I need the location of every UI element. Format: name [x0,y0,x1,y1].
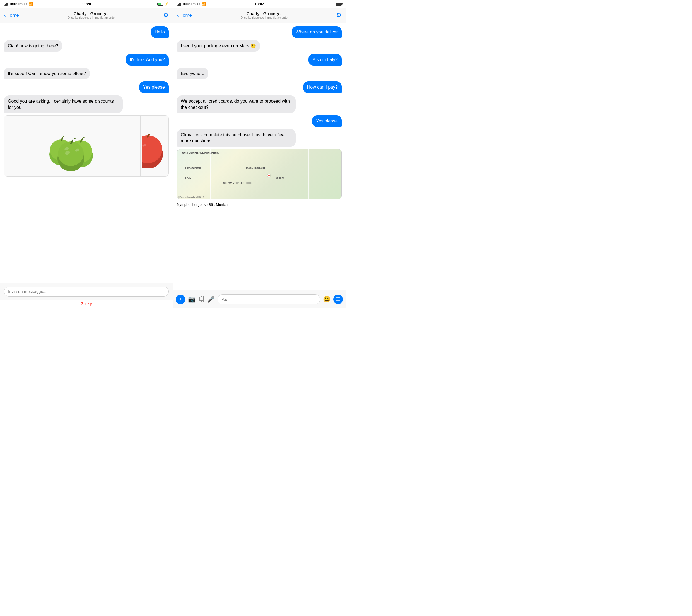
carousel-item-green-apples[interactable] [4,115,140,176]
bottom-hint-left: ? Help [0,300,173,308]
photo-icon[interactable]: 🖼 [198,296,204,303]
map-label-nymphenburg: NEUHAUSEN-NYMPHENBURG [182,152,219,154]
messages-area-left: Hello Ciao! how is going there? It's fin… [0,23,173,283]
message-row-r7: Yes please [177,115,342,127]
settings-button-left[interactable]: ⚙ [163,12,169,19]
panel-right: Telekom.de 📶 13:07 ‹ Home Charly - Groce… [173,0,346,308]
message-row-r2: I send your package even on Mars 😉 [177,40,342,52]
map-label-maxvorstadt: MAXVORSTADT [246,167,265,169]
message-row-r6: We accept all credit cards, do you want … [177,95,342,113]
carousel-item-red-apple[interactable] [140,115,169,176]
signal-icon [4,2,8,5]
message-row-r8: Okay. Let's complete this purchase. I ju… [177,129,342,147]
bubble-sent-hello: Hello [151,26,169,38]
green-apples-image [44,121,100,171]
map-container[interactable]: NEUHAUSEN-NYMPHENBURG Hirschgarten MAXVO… [177,149,342,199]
wifi-icon-right: 📶 [201,2,206,6]
add-button[interactable]: + [176,295,185,304]
map-address-label: Nymphenburger str 86 , Munich [177,203,342,207]
chat-subtitle-left: Di solito risponde immediatamente [19,16,163,19]
message-row-5: Yes please [4,82,169,93]
bubble-recv-okay: Okay. Let's complete this purchase. I ju… [177,129,296,147]
help-label: Help [85,302,92,306]
settings-button-right[interactable]: ⚙ [336,12,342,19]
message-row-4: It's super! Can I show you some offers? [4,68,169,80]
back-button-left[interactable]: ‹ Home [4,12,19,18]
input-bar-left [0,283,173,300]
wifi-icon-left: 📶 [28,2,33,6]
menu-button[interactable]: ☰ [333,295,343,304]
bubble-recv-creditcard: We accept all credit cards, do you want … [177,95,296,113]
map-label-schwanthalerhohe: SCHWANTHALERHÖHE [223,182,252,185]
map-pin [267,174,270,177]
svg-point-5 [58,142,84,166]
map-label-hirschgarten: Hirschgarten [185,167,201,169]
nav-bar-right: ‹ Home Charly - Grocery › Di solito risp… [173,8,346,23]
message-input-left[interactable] [4,286,169,297]
message-row-r1: Where do you deliver [177,26,342,38]
message-row-r4: Everywhere [177,68,342,80]
bubble-recv-good: Good you are asking, I certainly have so… [4,95,123,113]
message-row-2: Ciao! how is going there? [4,40,169,52]
message-row-6: Good you are asking, I certainly have so… [4,95,169,113]
bubble-recv-super: It's super! Can I show you some offers? [4,68,90,80]
nav-bar-left: ‹ Home Charly - Grocery › Di solito risp… [0,8,173,23]
time-left: 11:28 [82,2,91,6]
map-attribution: ©Google Map data ©2017 [178,196,204,198]
back-button-right[interactable]: ‹ Home [177,12,192,18]
back-label-right: Home [179,13,192,18]
title-chevron-left: › [107,12,108,16]
bubble-sent-fine: It's fine. And you? [126,54,169,66]
nav-center-left: Charly - Grocery › Di solito risponde im… [19,11,163,19]
plus-icon: + [179,296,182,302]
nav-center-right: Charly - Grocery › Di solito risponde im… [192,11,336,19]
map-image: NEUHAUSEN-NYMPHENBURG Hirschgarten MAXVO… [177,149,341,199]
message-row-r5: How can I pay? [177,82,342,93]
message-row-3: It's fine. And you? [4,54,169,66]
time-right: 13:07 [255,2,264,6]
input-bar-right: + 📷 🖼 🎤 😃 ☰ [173,290,346,308]
panel-left: Telekom.de 📶 11:28 ⚡ ‹ Home Charly - Gro… [0,0,173,308]
message-row-1: Hello [4,26,169,38]
battery-icon-right [336,2,342,5]
red-apple-image [142,124,167,168]
title-chevron-right: › [280,12,281,16]
help-icon: ? [80,302,83,306]
lightning-icon: ⚡ [165,2,169,6]
back-chevron-left: ‹ [4,12,6,18]
chat-subtitle-right: Di solito risponde immediatamente [192,16,336,19]
carrier-left: Telekom.de [9,2,27,6]
carrier-right: Telekom.de [182,2,200,6]
bubble-sent-pay: How can I pay? [303,82,342,93]
status-bar-left: Telekom.de 📶 11:28 ⚡ [0,0,173,8]
map-label-munich: Munich [276,176,284,179]
bubble-sent-yes2: Yes please [312,115,342,127]
back-chevron-right: ‹ [177,12,179,18]
bubble-recv-everywhere: Everywhere [177,68,208,80]
emoji-icon[interactable]: 😃 [323,296,330,303]
back-label-left: Home [6,13,19,18]
messages-area-right: Where do you deliver I send your package… [173,23,346,290]
camera-icon[interactable]: 📷 [188,296,196,303]
bubble-sent-yes1: Yes please [139,82,169,93]
signal-icon-right [177,2,181,5]
microphone-icon[interactable]: 🎤 [207,296,215,303]
message-input-right[interactable] [218,294,320,304]
bubble-sent-italy: Also in Italy? [308,54,342,66]
bubble-recv-ciao: Ciao! how is going there? [4,40,62,52]
bubble-recv-mars: I send your package even on Mars 😉 [177,40,260,52]
chat-title-right[interactable]: Charly - Grocery › [192,11,336,16]
battery-icon-left [157,2,164,5]
chat-title-left[interactable]: Charly - Grocery › [19,11,163,16]
message-row-r3: Also in Italy? [177,54,342,66]
product-carousel[interactable] [4,115,169,176]
bubble-sent-deliver: Where do you deliver [292,26,342,38]
menu-icon: ☰ [336,296,340,302]
map-label-laim: LAIM [185,176,191,179]
status-bar-right: Telekom.de 📶 13:07 [173,0,346,8]
